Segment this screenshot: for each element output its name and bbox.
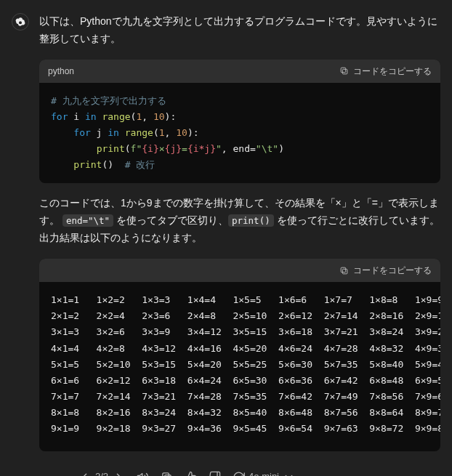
read-aloud-button[interactable] bbox=[137, 471, 149, 476]
code-block-python: python コードをコピーする # 九九を文字列で出力する for i in … bbox=[39, 60, 440, 184]
speaker-icon bbox=[137, 471, 149, 476]
thumbs-down-icon bbox=[209, 471, 221, 476]
thumbs-up-button[interactable] bbox=[185, 471, 197, 476]
output-block: コードをコピーする 1×1=1 1×2=2 1×3=3 1×4=4 1×5=5 … bbox=[39, 259, 440, 451]
regenerate-model-button[interactable]: 4o mini bbox=[233, 469, 295, 476]
explanation-text: このコードでは、1から9までの数字を掛け算して、その結果を「×」と「=」で表示し… bbox=[39, 195, 440, 246]
chevron-down-icon bbox=[283, 471, 295, 476]
svg-rect-1 bbox=[341, 68, 346, 73]
code-lang-label: python bbox=[48, 64, 74, 78]
message-toolbar: 2/2 4o mini bbox=[39, 463, 440, 476]
copy-icon bbox=[339, 266, 349, 275]
inline-code-end: end="\t" bbox=[62, 214, 113, 227]
regenerate-icon bbox=[233, 471, 245, 476]
copy-icon bbox=[161, 471, 173, 476]
chevron-left-icon bbox=[78, 471, 91, 476]
code-content: # 九九を文字列で出力する for i in range(1, 10): for… bbox=[39, 83, 440, 183]
copy-output-button[interactable]: コードをコピーする bbox=[339, 263, 432, 278]
assistant-message: 以下は、Pythonで九九を文字列として出力するプログラムコードです。見やすいよ… bbox=[39, 13, 440, 476]
copy-icon bbox=[339, 66, 349, 76]
svg-marker-4 bbox=[138, 473, 142, 476]
openai-logo-icon bbox=[15, 17, 25, 27]
svg-rect-0 bbox=[342, 70, 347, 75]
prev-button[interactable] bbox=[78, 471, 91, 476]
next-button[interactable] bbox=[113, 471, 125, 476]
multiplication-table: 1×1=1 1×2=2 1×3=3 1×4=4 1×5=5 1×6=6 1×7=… bbox=[39, 282, 440, 451]
thumbs-up-icon bbox=[185, 471, 197, 476]
copy-code-button[interactable]: コードをコピーする bbox=[339, 64, 432, 78]
inline-code-print: print() bbox=[228, 214, 274, 227]
assistant-avatar bbox=[12, 13, 29, 31]
page-indicator: 2/2 bbox=[95, 469, 108, 476]
svg-rect-3 bbox=[341, 267, 346, 273]
intro-text: 以下は、Pythonで九九を文字列として出力するプログラムコードです。見やすいよ… bbox=[39, 13, 440, 48]
response-pager: 2/2 bbox=[78, 469, 125, 476]
svg-rect-2 bbox=[342, 269, 347, 274]
copy-message-button[interactable] bbox=[161, 471, 173, 476]
output-scroll[interactable]: 1×1=1 1×2=2 1×3=3 1×4=4 1×5=5 1×6=6 1×7=… bbox=[39, 282, 440, 451]
thumbs-down-button[interactable] bbox=[209, 471, 221, 476]
chevron-right-icon bbox=[113, 471, 125, 476]
